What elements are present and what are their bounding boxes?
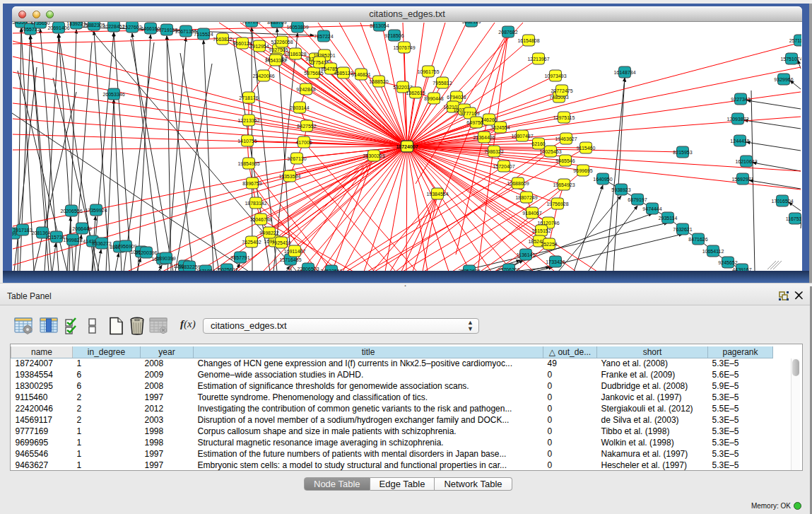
svg-text:10807487: 10807487: [511, 134, 533, 139]
svg-text:6879197: 6879197: [628, 197, 647, 202]
svg-text:19654923: 19654923: [553, 182, 575, 187]
svg-text:16210643: 16210643: [735, 159, 757, 164]
svg-text:2803144: 2803144: [290, 105, 309, 110]
svg-text:16148784: 16148784: [613, 70, 635, 75]
svg-text:18783142: 18783142: [245, 201, 266, 206]
svg-text:21200396: 21200396: [135, 250, 157, 255]
svg-text:19854935: 19854935: [237, 161, 259, 166]
svg-text:15692971: 15692971: [731, 177, 753, 182]
svg-text:2087682: 2087682: [498, 30, 517, 35]
svg-text:9242848: 9242848: [296, 87, 315, 92]
svg-text:19463627: 19463627: [555, 136, 577, 141]
svg-text:11353594: 11353594: [279, 174, 301, 179]
svg-text:15716485: 15716485: [279, 257, 301, 262]
svg-text:24532561: 24532561: [320, 269, 342, 271]
svg-text:9465546: 9465546: [555, 158, 575, 163]
svg-text:25711873: 25711873: [789, 38, 801, 43]
svg-text:9218506: 9218506: [384, 33, 404, 38]
svg-text:17016504: 17016504: [771, 199, 793, 204]
svg-text:9474444: 9474444: [642, 206, 661, 211]
svg-text:18186328: 18186328: [284, 52, 306, 57]
svg-text:1733426: 1733426: [546, 259, 565, 264]
svg-text:1640950: 1640950: [593, 177, 612, 182]
svg-text:8489709: 8489709: [267, 22, 286, 25]
svg-text:20206556: 20206556: [60, 209, 82, 214]
svg-text:16154808: 16154808: [517, 38, 539, 43]
svg-text:3624554: 3624554: [490, 125, 510, 130]
svg-text:18724007: 18724007: [396, 144, 418, 149]
svg-text:7925410: 7925410: [271, 240, 290, 245]
svg-text:62160: 62160: [531, 141, 546, 146]
svg-text:3917183: 3917183: [13, 228, 32, 233]
svg-text:1890399: 1890399: [156, 256, 175, 261]
svg-text:10688609: 10688609: [507, 181, 529, 186]
svg-text:5875685: 5875685: [304, 71, 323, 76]
svg-text:8336273: 8336273: [92, 241, 111, 246]
svg-text:17359924: 17359924: [85, 208, 107, 213]
svg-text:7515524: 7515524: [194, 32, 213, 37]
svg-text:4685122: 4685122: [334, 71, 353, 76]
svg-text:1999828: 1999828: [63, 238, 82, 243]
svg-text:10025453: 10025453: [539, 149, 561, 154]
svg-text:7625402: 7625402: [242, 240, 261, 245]
svg-text:9184067: 9184067: [522, 211, 541, 216]
svg-text:7955812: 7955812: [433, 81, 452, 86]
svg-text:10961755: 10961755: [417, 69, 439, 74]
svg-text:10654112: 10654112: [702, 249, 724, 254]
svg-text:10228452: 10228452: [102, 24, 124, 29]
svg-text:8471626: 8471626: [688, 237, 707, 242]
svg-text:53226058: 53226058: [271, 40, 293, 45]
svg-text:19756928: 19756928: [546, 201, 568, 206]
svg-text:20772475: 20772475: [551, 88, 572, 93]
svg-text:2935114: 2935114: [659, 216, 678, 221]
svg-text:1615152: 1615152: [531, 228, 551, 233]
svg-text:15046788: 15046788: [249, 217, 271, 222]
svg-text:7632621: 7632621: [673, 227, 692, 232]
svg-text:3267130: 3267130: [287, 156, 306, 161]
svg-text:9115460: 9115460: [577, 146, 596, 151]
svg-text:7857224: 7857224: [314, 34, 333, 39]
svg-text:10973493: 10973493: [544, 74, 566, 78]
svg-text:9699695: 9699695: [573, 168, 592, 173]
svg-text:12213352: 12213352: [237, 118, 259, 123]
svg-text:9777169: 9777169: [460, 111, 479, 116]
svg-text:9498222: 9498222: [259, 230, 278, 235]
svg-text:9245652: 9245652: [718, 260, 737, 265]
svg-text:7663822: 7663822: [213, 37, 232, 42]
svg-text:8912954: 8912954: [249, 44, 269, 49]
svg-text:1362615: 1362615: [406, 90, 425, 95]
svg-text:23706266: 23706266: [498, 267, 519, 271]
svg-text:16120746: 16120746: [537, 221, 559, 226]
svg-text:5938923: 5938923: [611, 187, 630, 192]
svg-text:17956909: 17956909: [114, 244, 136, 249]
svg-text:9857791: 9857791: [230, 255, 249, 260]
svg-text:25025631: 25025631: [216, 267, 237, 271]
svg-text:26053346: 26053346: [102, 92, 124, 97]
svg-text:6794028: 6794028: [447, 95, 466, 100]
svg-text:12093872: 12093872: [726, 117, 748, 122]
svg-text:8990448: 8990448: [424, 96, 443, 101]
svg-text:25300203: 25300203: [363, 153, 384, 158]
svg-text:15720407: 15720407: [493, 164, 514, 169]
svg-text:4439167: 4439167: [732, 267, 751, 271]
svg-text:417006: 417006: [295, 140, 312, 145]
svg-text:20691406: 20691406: [47, 25, 69, 30]
svg-text:7671884: 7671884: [196, 269, 215, 271]
svg-text:23420046: 23420046: [252, 74, 274, 78]
svg-text:16911447: 16911447: [284, 249, 306, 254]
svg-text:1588520: 1588520: [369, 79, 388, 84]
svg-text:1410755: 1410755: [237, 139, 257, 144]
svg-text:8427552: 8427552: [297, 124, 316, 129]
svg-text:15076749: 15076749: [393, 45, 415, 50]
svg-text:1136141: 1136141: [517, 252, 536, 257]
svg-text:2718176: 2718176: [239, 95, 258, 100]
svg-text:25882305: 25882305: [83, 23, 105, 28]
svg-text:9217207: 9217207: [242, 22, 261, 24]
svg-text:9146821: 9146821: [351, 72, 370, 77]
svg-text:5682115: 5682115: [462, 22, 481, 24]
svg-text:21364436: 21364436: [473, 135, 495, 140]
svg-text:8396759: 8396759: [242, 181, 261, 186]
svg-text:22806503: 22806503: [297, 267, 319, 271]
svg-text:12975115: 12975115: [553, 115, 575, 120]
svg-text:19384554: 19384554: [426, 192, 448, 197]
